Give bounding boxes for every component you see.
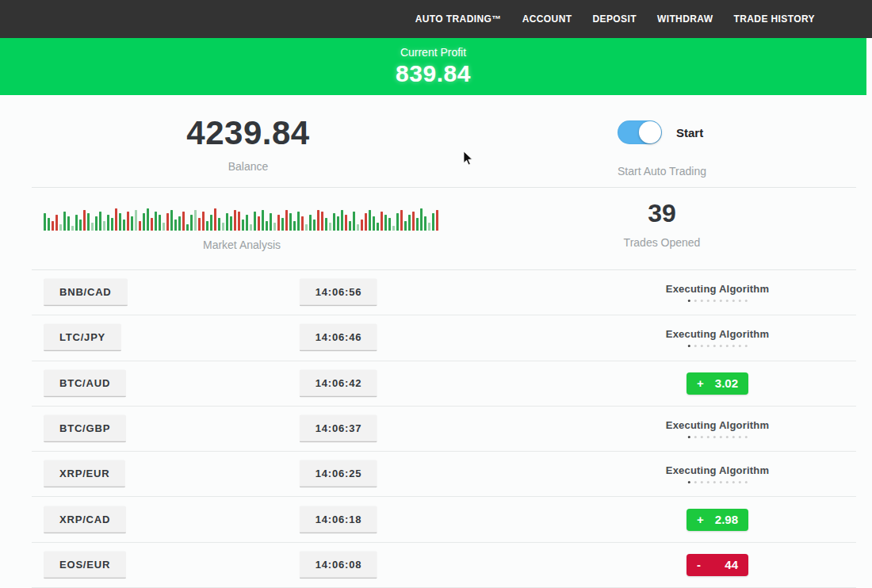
trade-time: 14:06:18 bbox=[300, 506, 377, 533]
balance-value: 4239.84 bbox=[186, 114, 309, 152]
current-profit-label: Current Profit bbox=[400, 46, 466, 59]
trade-time: 14:06:42 bbox=[300, 369, 377, 397]
trade-status-executing: Executing Algorithm bbox=[666, 328, 769, 347]
trade-status: Executing Algorithm bbox=[666, 283, 769, 302]
trade-time: 14:06:08 bbox=[300, 551, 377, 578]
trade-result-sign: + bbox=[697, 513, 704, 526]
top-navbar: AUTO TRADING™ ACCOUNT DEPOSIT WITHDRAW T… bbox=[0, 0, 872, 38]
trade-result-value: 44 bbox=[725, 558, 738, 571]
current-profit-banner: Current Profit 839.84 bbox=[0, 38, 866, 95]
trade-pair: XRP/EUR bbox=[44, 460, 125, 488]
trades-opened-label: Trades Opened bbox=[624, 236, 701, 249]
nav-item-account[interactable]: ACCOUNT bbox=[522, 13, 572, 25]
trade-row: LTC/JPY 14:06:46 Executing Algorithm bbox=[32, 315, 856, 361]
executing-progress-dots-icon bbox=[666, 300, 769, 302]
trade-status: - 44 bbox=[687, 554, 748, 576]
market-analysis-section: Market Analysis 39 Trades Opened bbox=[32, 188, 856, 270]
trade-time: 14:06:37 bbox=[300, 415, 377, 443]
trade-list: BNB/CAD 14:06:56 Executing Algorithm LTC… bbox=[32, 270, 856, 588]
trade-pair: BTC/AUD bbox=[44, 369, 126, 397]
auto-trading-label: Start Auto Trading bbox=[618, 165, 706, 178]
market-analysis-label: Market Analysis bbox=[203, 239, 281, 251]
auto-trading-page: AUTO TRADING™ ACCOUNT DEPOSIT WITHDRAW T… bbox=[0, 0, 872, 588]
executing-progress-dots-icon bbox=[666, 436, 769, 438]
trade-status: + 2.98 bbox=[687, 509, 748, 531]
executing-algorithm-label: Executing Algorithm bbox=[666, 419, 769, 431]
trade-row: BTC/GBP 14:06:37 Executing Algorithm bbox=[32, 407, 856, 452]
trade-status: Executing Algorithm bbox=[666, 419, 769, 438]
toggle-knob-icon bbox=[639, 121, 661, 143]
trade-row: EOS/EUR 14:06:08 - 44 bbox=[32, 543, 856, 588]
trade-result-value: 2.98 bbox=[715, 513, 738, 526]
nav-item-deposit[interactable]: DEPOSIT bbox=[592, 13, 636, 25]
executing-progress-dots-icon bbox=[666, 345, 769, 347]
market-analysis-chart bbox=[44, 204, 448, 231]
toggle-label: Start bbox=[676, 126, 703, 139]
balance-section: 4239.84 Balance Start Start Auto Trading bbox=[32, 95, 856, 188]
trade-time: 14:06:46 bbox=[300, 324, 377, 352]
trade-pair: EOS/EUR bbox=[44, 551, 126, 578]
trade-status: Executing Algorithm bbox=[666, 464, 769, 483]
trade-result-badge: + 2.98 bbox=[687, 509, 748, 531]
trade-result-sign: - bbox=[697, 558, 701, 571]
trade-row: XRP/EUR 14:06:25 Executing Algorithm bbox=[32, 452, 856, 497]
trade-pair: BTC/GBP bbox=[44, 415, 126, 443]
trade-result-badge: - 44 bbox=[687, 554, 748, 576]
trade-row: XRP/CAD 14:06:18 + 2.98 bbox=[32, 497, 856, 542]
trade-pair: LTC/JPY bbox=[44, 324, 121, 352]
nav-item-withdraw[interactable]: WITHDRAW bbox=[657, 13, 713, 25]
trades-opened-block: 39 Trades Opened bbox=[624, 199, 701, 249]
trade-pair: BNB/CAD bbox=[44, 279, 128, 307]
executing-algorithm-label: Executing Algorithm bbox=[666, 464, 769, 476]
trades-opened-value: 39 bbox=[624, 199, 701, 228]
trade-status-executing: Executing Algorithm bbox=[666, 464, 769, 483]
executing-algorithm-label: Executing Algorithm bbox=[666, 328, 769, 340]
auto-trading-block: Start Start Auto Trading bbox=[618, 120, 706, 178]
executing-progress-dots-icon bbox=[666, 481, 769, 483]
nav-item-trade-history[interactable]: TRADE HISTORY bbox=[733, 13, 815, 25]
trade-status-executing: Executing Algorithm bbox=[666, 283, 769, 302]
trade-time: 14:06:25 bbox=[300, 460, 377, 488]
trade-row: BTC/AUD 14:06:42 + 3.02 bbox=[32, 361, 856, 407]
current-profit-value: 839.84 bbox=[396, 60, 471, 87]
trade-result-badge: + 3.02 bbox=[687, 372, 748, 395]
trade-time: 14:06:56 bbox=[300, 279, 377, 307]
balance-block: 4239.84 Balance bbox=[186, 114, 309, 173]
executing-algorithm-label: Executing Algorithm bbox=[666, 283, 769, 295]
trade-result-value: 3.02 bbox=[715, 376, 738, 390]
trade-row: BNB/CAD 14:06:56 Executing Algorithm bbox=[32, 270, 856, 315]
trade-result-sign: + bbox=[697, 376, 704, 390]
trade-status: Executing Algorithm bbox=[666, 328, 769, 347]
auto-trading-toggle[interactable] bbox=[618, 120, 662, 144]
trade-pair: XRP/CAD bbox=[44, 506, 126, 533]
nav-item-auto-trading[interactable]: AUTO TRADING™ bbox=[415, 13, 502, 25]
balance-label: Balance bbox=[186, 160, 309, 173]
trade-status-executing: Executing Algorithm bbox=[666, 419, 769, 438]
trade-status: + 3.02 bbox=[687, 372, 748, 395]
